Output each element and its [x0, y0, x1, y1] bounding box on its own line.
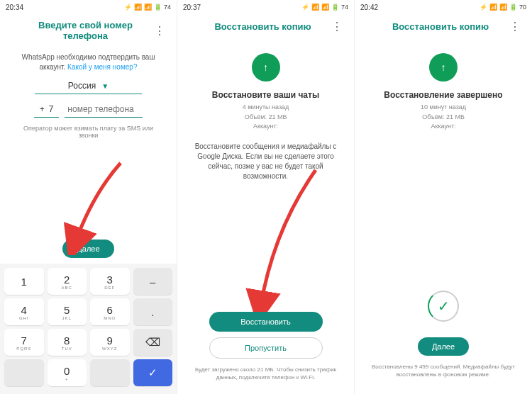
- bluetooth-icon: ⚡: [124, 4, 132, 11]
- menu-icon[interactable]: ⋮: [328, 20, 345, 33]
- key-blank[interactable]: [4, 359, 44, 386]
- signal-icon: 📶: [134, 4, 142, 11]
- wifi-icon: 📶: [499, 4, 507, 11]
- key-3[interactable]: 3DEF: [90, 268, 130, 295]
- status-bar: 20:37 ⚡ 📶 📶 🔋 74: [177, 0, 354, 14]
- next-button[interactable]: Далее: [62, 240, 113, 258]
- key-submit[interactable]: ✓: [133, 359, 173, 386]
- phone-number-input[interactable]: [65, 101, 143, 118]
- key-4[interactable]: 4GHI: [4, 298, 44, 325]
- next-button[interactable]: Далее: [418, 337, 469, 356]
- upload-arrow-icon: ↑: [441, 62, 446, 73]
- status-time: 20:42: [360, 4, 378, 11]
- signal-icon: 📶: [489, 4, 497, 11]
- header: Восстановить копию ⋮: [177, 14, 354, 39]
- key-9[interactable]: 9WXYZ: [90, 329, 130, 356]
- key-6[interactable]: 6MNO: [90, 298, 130, 325]
- battery-icon: 🔋: [154, 4, 162, 11]
- bluetooth-icon: ⚡: [301, 4, 309, 11]
- signal-icon: 📶: [311, 4, 319, 11]
- menu-icon[interactable]: ⋮: [506, 20, 523, 33]
- cloud-upload-icon: ↑: [429, 53, 458, 81]
- status-bar: 20:34 ⚡ 📶 📶 🔋 74: [0, 0, 177, 14]
- status-icons: ⚡ 📶 📶 🔋 74: [124, 4, 171, 11]
- page-title: Восстановить копию: [197, 21, 328, 32]
- status-bar: 20:42 ⚡ 📶 📶 🔋 70: [355, 0, 532, 14]
- status-icons: ⚡ 📶 📶 🔋 70: [480, 4, 526, 11]
- restore-heading: Восстановите ваши чаты: [189, 90, 343, 100]
- backup-account: Аккаунт:: [189, 122, 343, 132]
- wifi-icon: 📶: [144, 4, 152, 11]
- restore-complete-heading: Восстановление завершено: [366, 90, 521, 100]
- restore-description: Восстановите сообщения и медиафайлы с Go…: [189, 142, 343, 181]
- backup-time: 10 минут назад: [366, 103, 521, 113]
- restored-count-note: Восстановлены 9 459 сообщений. Медиафайл…: [355, 363, 532, 378]
- key-7[interactable]: 7PQRS: [4, 329, 44, 356]
- status-icons: ⚡ 📶 📶 🔋 74: [301, 4, 348, 11]
- key-5[interactable]: 5JKL: [48, 298, 87, 325]
- key-dash[interactable]: –: [133, 268, 173, 295]
- key-8[interactable]: 8TUV: [48, 329, 87, 356]
- dropdown-icon: ▼: [101, 82, 109, 90]
- page-title: Восстановить копию: [375, 21, 506, 32]
- header: Восстановить копию ⋮: [355, 14, 532, 39]
- wifi-note: Будет загружено около 21 МБ. Чтобы снизи…: [177, 366, 354, 381]
- success-icon: ✓: [428, 291, 459, 322]
- info-text: WhatsApp необходимо подтвердить ваш акка…: [11, 52, 165, 72]
- annotation-arrow: [238, 167, 330, 319]
- key-backspace[interactable]: ⌫: [133, 329, 173, 356]
- bluetooth-icon: ⚡: [480, 4, 487, 11]
- upload-arrow-icon: ↑: [263, 62, 268, 73]
- cloud-upload-icon: ↑: [252, 53, 280, 81]
- backup-account: Аккаунт:: [366, 122, 521, 132]
- page-title: Введите свой номер телефона: [20, 20, 151, 41]
- key-1[interactable]: 1: [4, 268, 44, 295]
- header: Введите свой номер телефона ⋮: [0, 14, 177, 47]
- numeric-keypad: 1 2ABC 3DEF – 4GHI 5JKL 6MNO . 7PQRS 8TU…: [0, 264, 177, 394]
- backup-meta: 10 минут назад Объём: 21 МБ Аккаунт:: [366, 103, 521, 132]
- country-selector[interactable]: Россия ▼: [35, 81, 143, 94]
- battery-level: 74: [164, 4, 171, 11]
- backup-size: Объём: 21 МБ: [189, 113, 343, 123]
- key-blank-2[interactable]: [90, 359, 130, 386]
- backup-meta: 4 минуты назад Объём: 21 МБ Аккаунт:: [189, 103, 343, 132]
- phone-input-row: + 7: [11, 101, 165, 118]
- backup-size: Объём: 21 МБ: [366, 113, 521, 123]
- restore-button[interactable]: Восстановить: [209, 312, 323, 332]
- key-dot[interactable]: .: [133, 298, 173, 325]
- status-time: 20:37: [183, 4, 201, 11]
- operator-note: Оператор может взимать плату за SMS или …: [11, 125, 165, 139]
- check-icon: ✓: [438, 298, 450, 315]
- wifi-icon: 📶: [321, 4, 329, 11]
- country-code[interactable]: + 7: [34, 101, 60, 118]
- screen-restore-backup: 20:37 ⚡ 📶 📶 🔋 74 Восстановить копию ⋮ ↑ …: [177, 0, 355, 394]
- battery-level: 74: [341, 4, 348, 11]
- menu-icon[interactable]: ⋮: [151, 24, 168, 38]
- screen-restore-complete: 20:42 ⚡ 📶 📶 🔋 70 Восстановить копию ⋮ ↑ …: [355, 0, 532, 394]
- battery-icon: 🔋: [331, 4, 339, 11]
- screen-enter-phone: 20:34 ⚡ 📶 📶 🔋 74 Введите свой номер теле…: [0, 0, 177, 394]
- key-2[interactable]: 2ABC: [48, 268, 87, 295]
- backup-time: 4 минуты назад: [189, 103, 343, 113]
- battery-icon: 🔋: [509, 4, 517, 11]
- skip-button[interactable]: Пропустить: [209, 337, 323, 359]
- status-time: 20:34: [6, 4, 23, 11]
- key-0[interactable]: 0+: [48, 359, 87, 386]
- battery-level: 70: [519, 4, 526, 11]
- what-is-my-number-link[interactable]: Какой у меня номер?: [67, 63, 137, 71]
- country-name: Россия: [68, 81, 96, 91]
